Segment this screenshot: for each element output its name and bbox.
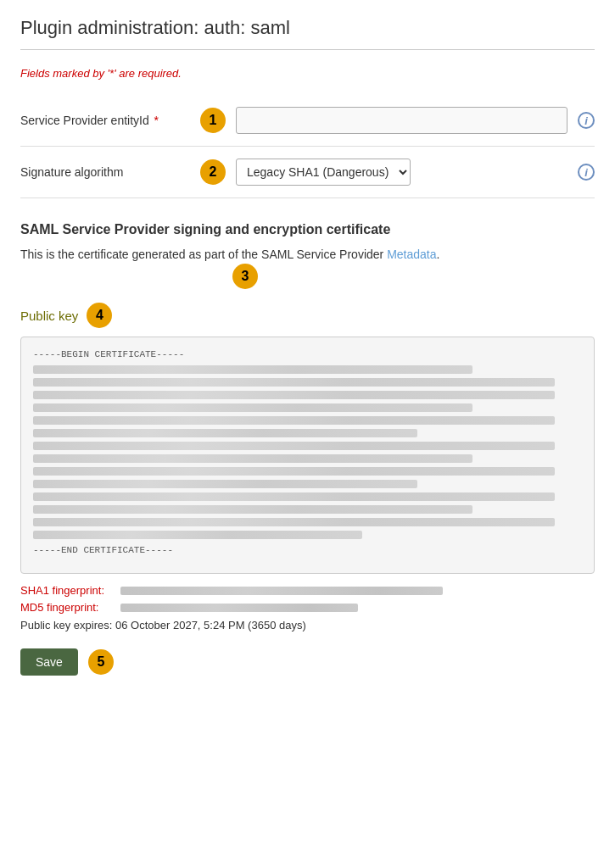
certificate-box: -----BEGIN CERTIFICATE----- -----END CER…: [20, 337, 595, 574]
public-key-label: Public key: [20, 309, 78, 323]
cert-data-line-11: [33, 492, 555, 501]
cert-data-line-1: [33, 365, 472, 374]
service-provider-input[interactable]: [236, 107, 567, 134]
required-note: Fields marked by '*' are required.: [20, 67, 595, 80]
md5-fingerprint-value: [120, 604, 358, 612]
cert-data-line-8: [33, 454, 472, 463]
cert-data-line-4: [33, 403, 472, 412]
metadata-link[interactable]: Metadata: [387, 248, 436, 261]
cert-data-line-2: [33, 378, 555, 387]
page-title: Plugin administration: auth: saml: [20, 17, 595, 50]
service-provider-info-icon[interactable]: i: [578, 112, 595, 129]
public-key-row: Public key 4: [20, 303, 595, 328]
signature-algorithm-info-icon[interactable]: i: [578, 164, 595, 181]
cert-begin-line: -----BEGIN CERTIFICATE-----: [33, 348, 582, 363]
service-provider-label: Service Provider entityId *: [20, 114, 190, 127]
signature-algorithm-select[interactable]: Legacy SHA1 (Dangerous) SHA256 SHA384 SH…: [236, 159, 411, 186]
service-provider-entity-id-row: Service Provider entityId * 1 i: [20, 95, 595, 147]
step-badge-5: 5: [88, 649, 114, 675]
cert-data-line-12: [33, 505, 472, 514]
expiry-label: Public key expires:: [20, 619, 112, 632]
save-row: Save 5: [20, 648, 595, 676]
expiry-row: Public key expires: 06 October 2027, 5:2…: [20, 619, 595, 632]
step-badge-1: 1: [200, 108, 226, 133]
cert-data-line-14: [33, 531, 362, 539]
cert-data-line-3: [33, 391, 555, 399]
cert-data-line-6: [33, 429, 417, 437]
step-badge-3: 3: [232, 264, 258, 289]
certificate-section-title: SAML Service Provider signing and encryp…: [20, 222, 595, 237]
md5-fingerprint-row: MD5 fingerprint:: [20, 601, 595, 614]
signature-algorithm-label: Signature algorithm: [20, 165, 190, 179]
cert-end-line: -----END CERTIFICATE-----: [33, 543, 582, 559]
sha1-fingerprint-row: SHA1 fingerprint:: [20, 584, 595, 597]
required-star: *: [151, 114, 159, 127]
signature-algorithm-row: Signature algorithm 2 Legacy SHA1 (Dange…: [20, 147, 595, 198]
save-button[interactable]: Save: [20, 648, 78, 676]
cert-data-line-9: [33, 467, 555, 476]
cert-data-line-13: [33, 518, 555, 526]
sha1-fingerprint-value: [120, 587, 443, 595]
md5-label: MD5 fingerprint:: [20, 601, 114, 614]
expiry-value: 06 October 2027, 5:24 PM (3650 days): [115, 619, 306, 632]
cert-data-line-5: [33, 416, 555, 425]
sha1-label: SHA1 fingerprint:: [20, 584, 114, 597]
cert-data-line-7: [33, 442, 555, 450]
step-badge-2: 2: [200, 159, 226, 185]
step-badge-4: 4: [87, 303, 112, 328]
cert-data-line-10: [33, 480, 417, 488]
certificate-section-description: This is the certificate generated as par…: [20, 246, 595, 289]
